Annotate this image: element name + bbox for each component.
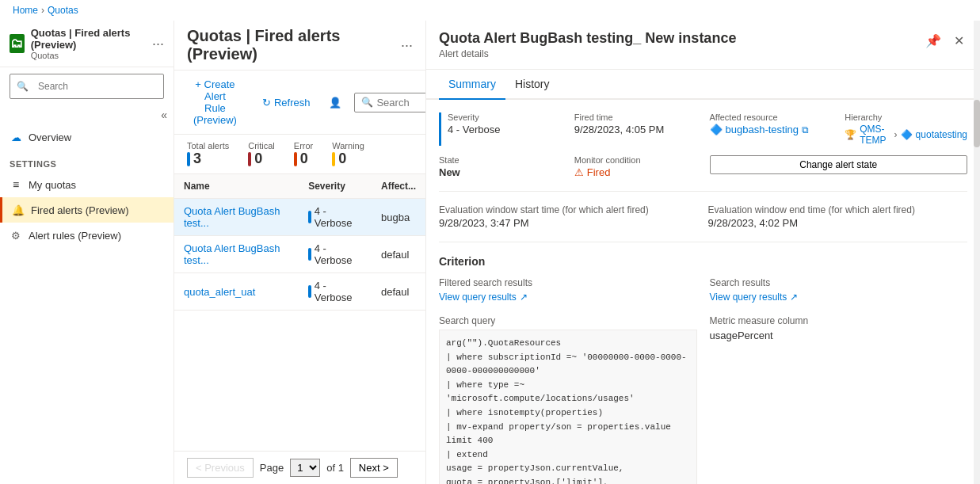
sidebar-search-container: 🔍 xyxy=(0,67,174,105)
severity-bar-icon xyxy=(308,211,311,223)
view-query-link-1[interactable]: View query results ↗ xyxy=(439,292,697,303)
info-grid: Severity 4 - Verbose Fired time 9/28/202… xyxy=(439,112,967,192)
create-alert-rule-button[interactable]: + Create Alert Rule (Preview) xyxy=(187,75,243,129)
overview-icon: ☁ xyxy=(10,131,22,143)
detail-subtitle: Alert details xyxy=(439,48,749,59)
toolbar-search-container: 🔍 xyxy=(354,93,425,112)
monitor-condition-label: Monitor condition xyxy=(574,155,697,165)
sidebar-title: Quotas | Fired alerts (Preview) xyxy=(31,27,146,51)
collapse-icon[interactable]: « xyxy=(161,109,167,121)
refresh-button[interactable]: ↻ Refresh xyxy=(256,93,317,112)
view-query-label-1: View query results xyxy=(439,292,517,303)
sidebar-item-alert-rules[interactable]: ⚙ Alert rules (Preview) xyxy=(0,223,174,248)
hierarchy-value: 🏆 QMS-TEMP › 🔷 quotatesting xyxy=(845,124,967,146)
hierarchy-qms[interactable]: QMS-TEMP xyxy=(860,124,890,146)
info-fired-time: Fired time 9/28/2023, 4:05 PM xyxy=(574,112,697,146)
next-button[interactable]: Next > xyxy=(350,458,398,478)
state-value: New xyxy=(439,166,562,178)
sidebar-item-fired-alerts[interactable]: 🔔 Fired alerts (Preview) xyxy=(0,197,174,223)
cell-severity: 4 - Verbose xyxy=(299,199,372,236)
tab-summary[interactable]: Summary xyxy=(439,70,505,100)
sidebar-item-label-overview: Overview xyxy=(29,131,71,143)
copy-icon[interactable]: ⧉ xyxy=(802,124,809,135)
detail-content: Severity 4 - Verbose Fired time 9/28/202… xyxy=(426,100,980,484)
stat-total-value: 3 xyxy=(193,151,201,167)
criterion-filtered-search: Filtered search results View query resul… xyxy=(439,277,697,303)
sidebar-more-button[interactable]: ··· xyxy=(152,36,164,52)
cell-name: Quota Alert BugBash test... xyxy=(174,236,299,273)
breadcrumb-home[interactable]: Home xyxy=(13,5,38,16)
eval-start: Evaluation window start time (for which … xyxy=(439,204,699,229)
criterion-section: Criterion Filtered search results View q… xyxy=(439,255,967,484)
stat-critical: Critical 0 xyxy=(248,141,275,167)
settings-section-label: Settings xyxy=(0,150,174,172)
filtered-search-label: Filtered search results xyxy=(439,277,697,288)
info-hierarchy: Hierarchy 🏆 QMS-TEMP › 🔷 quotatesting xyxy=(845,112,967,146)
sidebar-item-label-my-quotas: My quotas xyxy=(29,179,76,191)
stats-row: Total alerts 3 Critical 0 Error xyxy=(174,135,425,174)
person-icon: 👤 xyxy=(329,97,341,109)
previous-button[interactable]: < Previous xyxy=(187,458,254,478)
sidebar-search-input[interactable] xyxy=(32,78,157,95)
stat-error-value: 0 xyxy=(300,151,308,167)
criterion-search-query: Search query arg("").QuotaResources | wh… xyxy=(439,315,697,484)
table-header-row: Name Severity Affect... xyxy=(174,174,425,199)
page-header: Quotas | Fired alerts (Preview) ··· xyxy=(174,21,425,71)
sidebar-navigation: ☁ Overview Settings ≡ My quotas 🔔 Fired … xyxy=(0,124,174,248)
pin-button[interactable]: 📌 xyxy=(922,30,944,51)
search-results-label: Search results xyxy=(710,277,968,288)
page-select[interactable]: 1 xyxy=(290,459,320,477)
table-row[interactable]: Quota Alert BugBash test...4 - Verbosebu… xyxy=(174,199,425,236)
sidebar-subtitle: Quotas xyxy=(31,51,146,60)
detail-tabs: Summary History xyxy=(426,70,980,100)
close-button[interactable]: ✕ xyxy=(951,30,967,51)
search-icon: 🔍 xyxy=(17,81,29,92)
sidebar-item-label-fired-alerts: Fired alerts (Preview) xyxy=(31,204,129,216)
severity-bar-icon xyxy=(308,285,311,298)
eval-times: Evaluation window start time (for which … xyxy=(439,204,967,242)
table-row[interactable]: quota_alert_uat4 - Verbosedefaul xyxy=(174,273,425,311)
toolbar-search-input[interactable] xyxy=(376,97,425,109)
fired-time-label: Fired time xyxy=(574,112,697,122)
severity-label: Severity xyxy=(448,112,562,122)
toolbar-search-icon: 🔍 xyxy=(361,97,373,108)
stat-total-label: Total alerts xyxy=(187,141,229,151)
breadcrumb-separator: › xyxy=(41,5,44,16)
eval-end: Evaluation window end time (for which al… xyxy=(708,204,968,229)
view-query-link-2[interactable]: View query results ↗ xyxy=(710,292,968,303)
stat-critical-label: Critical xyxy=(248,141,275,151)
stat-critical-indicator xyxy=(248,152,251,166)
my-quotas-icon: ≡ xyxy=(10,178,22,191)
refresh-label: Refresh xyxy=(274,97,311,109)
table-row[interactable]: Quota Alert BugBash test...4 - Verbosede… xyxy=(174,236,425,273)
search-query-label: Search query xyxy=(439,315,697,326)
alerts-table-container: Name Severity Affect... Quota Alert BugB… xyxy=(174,174,425,451)
detail-header-text: Quota Alert BugBash testing_ New instanc… xyxy=(439,30,749,59)
sidebar: 🗂 Quotas | Fired alerts (Preview) Quotas… xyxy=(0,21,174,484)
fired-alerts-icon: 🔔 xyxy=(12,204,25,216)
content-area: Quotas | Fired alerts (Preview) ··· + Cr… xyxy=(174,21,425,484)
toolbar: + Create Alert Rule (Preview) ↻ Refresh … xyxy=(174,71,425,135)
resource-icon: 🔷 xyxy=(710,124,723,135)
tab-history[interactable]: History xyxy=(505,70,559,100)
stat-error-indicator xyxy=(294,152,297,166)
criterion-metric: Metric measure column usagePercent xyxy=(710,315,968,484)
change-state-button[interactable]: Change alert state xyxy=(710,155,968,174)
sidebar-item-overview[interactable]: ☁ Overview xyxy=(0,124,174,150)
scrollbar-thumb[interactable] xyxy=(974,100,980,147)
stat-warning: Warning 0 xyxy=(332,141,364,167)
affected-resource-link[interactable]: 🔷 bugbash-testing ⧉ xyxy=(710,124,833,135)
stat-warning-label: Warning xyxy=(332,141,364,151)
page-header-more-button[interactable]: ··· xyxy=(401,37,413,54)
breadcrumb-current[interactable]: Quotas xyxy=(48,5,78,16)
stat-critical-value: 0 xyxy=(254,151,262,167)
info-state: State New xyxy=(439,155,562,178)
sidebar-title-group: Quotas | Fired alerts (Preview) Quotas xyxy=(31,27,146,60)
hierarchy-sep: › xyxy=(894,129,898,140)
manage-alert-button[interactable]: 👤 xyxy=(322,93,348,112)
sidebar-item-my-quotas[interactable]: ≡ My quotas xyxy=(0,172,174,197)
stat-error-value-container: 0 xyxy=(294,151,313,167)
breadcrumb: Home › Quotas xyxy=(0,0,980,21)
hierarchy-quota[interactable]: quotatesting xyxy=(916,129,967,140)
stat-warning-value-container: 0 xyxy=(332,151,364,167)
